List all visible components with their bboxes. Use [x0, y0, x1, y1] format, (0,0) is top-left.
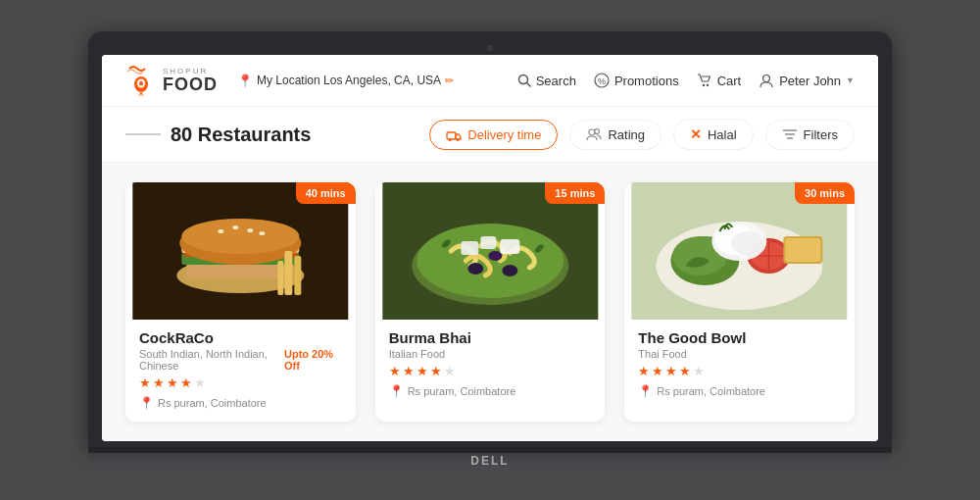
cart-nav-item[interactable]: Cart — [697, 73, 742, 88]
cart-icon — [697, 73, 712, 88]
card-cuisine: Italian Food — [389, 348, 592, 360]
logo-area: SHOPUR FOOD — [125, 63, 218, 98]
count-label: 80 Restaurants — [171, 124, 311, 146]
delivery-badge: 40 mins — [296, 182, 356, 204]
location-pin-icon: 📍 — [237, 74, 253, 88]
user-label: Peter John — [779, 74, 841, 88]
star-rating: ★ ★ ★ ★ ★ — [638, 364, 841, 378]
filters-label: Filters — [804, 127, 838, 142]
filters-button[interactable]: Filters — [765, 120, 855, 150]
restaurant-card[interactable]: 15 mins Burma Bhai Italian Food ★ ★ — [375, 182, 606, 422]
filters-bar: 80 Restaurants Delivery time — [102, 107, 878, 163]
laptop-container: SHOPUR FOOD 📍 My Location Los Angeles, C… — [88, 31, 892, 469]
laptop-hinge — [88, 447, 892, 453]
star-2: ★ — [403, 364, 415, 378]
card-cuisine: South Indian, North Indian, Chinese Upto… — [139, 348, 342, 372]
svg-point-36 — [467, 263, 483, 275]
restaurants-count: 80 Restaurants — [125, 124, 417, 146]
rating-filter[interactable]: Rating — [569, 120, 662, 150]
star-5: ★ — [194, 375, 206, 390]
star-3: ★ — [167, 375, 178, 390]
star-rating: ★ ★ ★ ★ ★ — [389, 364, 592, 378]
restaurant-card[interactable]: 30 mins The Good Bowl Thai Food ★ ★ — [624, 182, 855, 422]
svg-point-8 — [706, 84, 708, 86]
star-4: ★ — [430, 364, 442, 378]
location-pin-icon: 📍 — [638, 384, 653, 398]
svg-point-52 — [732, 231, 763, 255]
search-icon — [517, 74, 531, 87]
user-icon — [759, 73, 774, 88]
star-4: ★ — [180, 375, 192, 390]
card-name: Burma Bhai — [389, 329, 592, 346]
star-1: ★ — [389, 364, 401, 378]
promotions-nav-item[interactable]: % Promotions — [594, 73, 679, 88]
star-3: ★ — [665, 364, 677, 378]
star-5: ★ — [693, 364, 705, 378]
svg-text:%: % — [598, 76, 606, 86]
laptop-screen: SHOPUR FOOD 📍 My Location Los Angeles, C… — [102, 55, 878, 441]
delivery-time-filter[interactable]: Delivery time — [429, 120, 558, 150]
search-label: Search — [536, 74, 576, 88]
star-1: ★ — [139, 375, 151, 390]
star-2: ★ — [652, 364, 663, 378]
star-rating: ★ ★ ★ ★ ★ — [139, 375, 342, 390]
card-location: 📍 Rs puram, Coimbatore — [638, 384, 841, 398]
svg-rect-10 — [447, 132, 456, 139]
delivery-time-icon — [446, 127, 462, 141]
svg-point-7 — [702, 84, 704, 86]
star-5: ★ — [444, 364, 456, 378]
rating-icon — [586, 127, 602, 141]
logo-text: SHOPUR FOOD — [163, 68, 218, 93]
promotions-label: Promotions — [614, 74, 679, 88]
svg-point-9 — [763, 75, 770, 82]
rating-label: Rating — [608, 127, 645, 142]
location-text: My Location Los Angeles, CA, USA — [257, 74, 441, 87]
user-nav-item[interactable]: Peter John ▼ — [759, 73, 855, 88]
screen-bezel: SHOPUR FOOD 📍 My Location Los Angeles, C… — [88, 31, 892, 447]
star-3: ★ — [416, 364, 428, 378]
svg-point-29 — [259, 231, 265, 235]
logo-icon — [125, 63, 157, 98]
card-image-wrap: 15 mins — [375, 182, 606, 320]
app-container: SHOPUR FOOD 📍 My Location Los Angeles, C… — [102, 55, 878, 441]
camera — [487, 45, 493, 51]
location-pin-icon: 📍 — [389, 384, 404, 398]
halal-x-icon: ✕ — [690, 126, 702, 142]
svg-rect-41 — [480, 236, 496, 249]
location-area: 📍 My Location Los Angeles, CA, USA ✏ — [237, 74, 517, 88]
edit-icon[interactable]: ✏ — [445, 75, 454, 87]
dell-logo: DELL — [470, 454, 509, 468]
search-nav-item[interactable]: Search — [517, 74, 576, 88]
card-cuisine: Thai Food — [638, 348, 841, 360]
restaurant-grid: 40 mins CockRaCo South Indian, North Ind… — [102, 163, 878, 441]
card-body: The Good Bowl Thai Food ★ ★ ★ ★ ★ — [624, 320, 855, 410]
restaurant-card[interactable]: 40 mins CockRaCo South Indian, North Ind… — [125, 182, 356, 422]
card-image-wrap: 30 mins — [624, 182, 855, 320]
card-name: CockRaCo — [139, 329, 342, 346]
star-2: ★ — [153, 375, 165, 390]
card-location: 📍 Rs puram, Coimbatore — [389, 384, 592, 398]
promotions-icon: % — [594, 73, 610, 88]
filters-icon — [782, 127, 798, 141]
star-1: ★ — [638, 364, 650, 378]
svg-point-26 — [218, 229, 223, 233]
svg-point-11 — [449, 138, 452, 141]
svg-rect-31 — [294, 256, 301, 295]
svg-point-25 — [181, 219, 299, 254]
laptop-base: DELL — [88, 447, 892, 469]
star-4: ★ — [679, 364, 691, 378]
cart-label: Cart — [717, 74, 742, 88]
card-offer: Upto 20% Off — [284, 348, 342, 372]
nav-actions: Search % Promotions — [517, 73, 855, 88]
svg-rect-39 — [461, 241, 478, 255]
svg-point-27 — [232, 225, 238, 229]
svg-rect-32 — [277, 261, 283, 295]
card-body: CockRaCo South Indian, North Indian, Chi… — [125, 320, 356, 422]
card-name: The Good Bowl — [638, 329, 841, 346]
halal-filter[interactable]: ✕ Halal — [673, 119, 754, 150]
svg-point-35 — [416, 224, 564, 298]
svg-rect-40 — [500, 239, 519, 254]
svg-point-28 — [247, 228, 253, 232]
card-location: 📍 Rs puram, Coimbatore — [139, 396, 342, 410]
delivery-badge: 15 mins — [545, 182, 605, 204]
